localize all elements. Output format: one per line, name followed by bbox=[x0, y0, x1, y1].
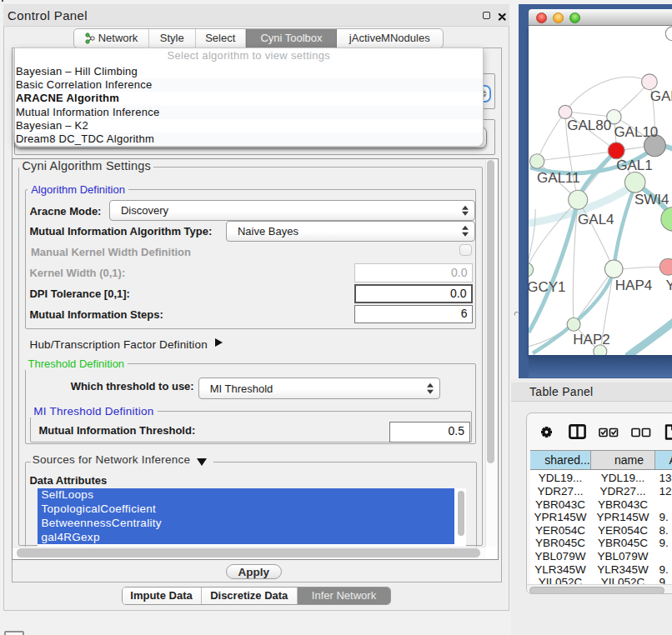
tab-discretize-data[interactable]: Discretize Data bbox=[202, 588, 298, 605]
mi-type-combo[interactable]: Naive Bayes bbox=[226, 221, 475, 242]
dropdown-item[interactable]: Basic Correlation Inference bbox=[15, 78, 483, 92]
table-cell[interactable]: YER054C bbox=[591, 524, 655, 538]
table-cell[interactable]: YBR045C bbox=[530, 537, 591, 550]
node-label: GCY1 bbox=[529, 279, 565, 295]
split-columns-icon[interactable] bbox=[569, 424, 586, 439]
table-hscrollbar-thumb[interactable] bbox=[529, 587, 664, 594]
gear-icon[interactable] bbox=[540, 426, 553, 438]
list-item[interactable]: gal4RGexp bbox=[38, 531, 454, 545]
table-row[interactable]: YPR145WYPR145W9. bbox=[530, 511, 672, 524]
table-cell[interactable]: YLR345W bbox=[591, 563, 655, 577]
kernel-width-input[interactable]: 0.0 bbox=[354, 263, 474, 282]
table-cell[interactable]: YLR345W bbox=[530, 563, 591, 577]
dropdown-item[interactable]: ARACNE Algorithm bbox=[15, 92, 483, 105]
mi-threshold-input[interactable]: 0.5 bbox=[389, 422, 470, 442]
table-cell[interactable]: 13... bbox=[655, 472, 672, 485]
tab-impute-data[interactable]: Impute Data bbox=[123, 588, 202, 605]
table-cell[interactable]: YPR145W bbox=[530, 511, 591, 524]
apply-button[interactable]: Apply bbox=[226, 564, 282, 579]
tab-style[interactable]: Style bbox=[149, 29, 196, 48]
table-cell[interactable]: YIL052C bbox=[591, 576, 655, 584]
table-row[interactable]: YDR27...YDR27...12... bbox=[530, 485, 672, 498]
mi-threshold-label: Mutual Information Threshold: bbox=[38, 424, 195, 437]
table-cell[interactable]: YBR043C bbox=[530, 498, 591, 512]
close-traffic-light[interactable] bbox=[536, 12, 547, 23]
table-cell[interactable]: 9. bbox=[655, 563, 672, 577]
table-cell[interactable]: 9. bbox=[655, 537, 672, 550]
tab-select[interactable]: Select bbox=[196, 29, 247, 48]
collapse-arrow-icon[interactable] bbox=[197, 458, 207, 466]
threshold-definition-title: Threshold Definition bbox=[24, 358, 128, 370]
table-cell[interactable]: YPR145W bbox=[591, 511, 655, 524]
table-cell[interactable]: YDR27... bbox=[530, 485, 591, 498]
table-cell[interactable]: 9. bbox=[655, 576, 672, 584]
expand-arrow-icon[interactable] bbox=[215, 338, 223, 347]
table-cell[interactable]: YER054C bbox=[530, 524, 591, 538]
table-hscrollbar[interactable] bbox=[527, 584, 672, 594]
aracne-mode-combo[interactable]: Discovery bbox=[109, 200, 475, 221]
dropdown-item[interactable]: Dream8 DC_TDC Algorithm bbox=[15, 132, 483, 146]
unchecked-columns-icon[interactable] bbox=[631, 428, 651, 438]
table-panel: Table Panel bbox=[511, 378, 672, 635]
table-row[interactable]: YBR045CYBR045C9. bbox=[530, 537, 672, 550]
table-cell[interactable] bbox=[655, 550, 672, 563]
list-scrollbar-thumb[interactable] bbox=[458, 491, 465, 536]
dropdown-item[interactable]: Bayesian – Hill Climbing bbox=[15, 65, 483, 78]
vertical-scrollbar-thumb[interactable] bbox=[487, 160, 494, 463]
float-window-icon[interactable] bbox=[483, 12, 490, 19]
dropdown-item[interactable]: Mutual Information Inference bbox=[15, 106, 483, 119]
clipped-corner-button[interactable] bbox=[4, 631, 24, 635]
tab-jactivemnodules[interactable]: jActiveMNodules bbox=[337, 29, 443, 48]
node-label: HAP2 bbox=[573, 332, 609, 348]
table-cell[interactable] bbox=[655, 498, 672, 512]
zoom-traffic-light[interactable] bbox=[569, 12, 580, 23]
dpi-tolerance-input[interactable]: 0.0 bbox=[354, 284, 474, 303]
table-cell[interactable]: 8. bbox=[655, 524, 672, 538]
table-row[interactable]: YBL079WYBL079W bbox=[530, 550, 672, 563]
table-cell[interactable]: YDL19... bbox=[530, 472, 591, 485]
horizontal-scrollbar-thumb[interactable] bbox=[17, 548, 480, 557]
minimize-traffic-light[interactable] bbox=[553, 12, 564, 23]
tab-infer-network[interactable]: Infer Network bbox=[298, 588, 390, 605]
list-item[interactable]: BetweennessCentrality bbox=[38, 517, 454, 531]
table-row[interactable]: YER054CYER054C8. bbox=[530, 524, 672, 538]
network-canvas[interactable]: GAL GAL80 GAL10 GAL1 GAL11 SWI4 GAL4 GCY… bbox=[529, 26, 672, 355]
tab-style-label: Style bbox=[160, 32, 184, 44]
table-cell[interactable]: 12... bbox=[655, 485, 672, 498]
list-item[interactable]: SelfLoops bbox=[38, 488, 454, 502]
network-window-titlebar[interactable] bbox=[529, 9, 672, 26]
checked-columns-icon[interactable] bbox=[599, 428, 619, 438]
stepper-arrows-icon bbox=[462, 205, 469, 216]
table-cell[interactable]: YBL079W bbox=[530, 550, 591, 563]
manual-kernel-checkbox[interactable] bbox=[459, 244, 472, 257]
mi-threshold-group-title: MI Threshold Definition bbox=[30, 405, 157, 418]
column-header-shared[interactable]: shared... bbox=[530, 451, 591, 469]
table-row[interactable]: YBR043CYBR043C bbox=[530, 498, 672, 512]
table-row[interactable]: YDL19...YDL19...13... bbox=[530, 472, 672, 485]
document-icon[interactable] bbox=[664, 424, 672, 440]
mi-steps-input[interactable]: 6 bbox=[354, 305, 474, 323]
table-row[interactable]: YLR345WYLR345W9. bbox=[530, 563, 672, 577]
list-scrollbar[interactable] bbox=[454, 488, 466, 547]
tab-select-label: Select bbox=[205, 32, 235, 44]
table-cell[interactable]: YDL19... bbox=[591, 472, 655, 485]
close-icon[interactable] bbox=[498, 12, 507, 22]
screenshot-stage: Control Panel Network Style Select Cyni … bbox=[0, 0, 672, 635]
control-panel-titlebar[interactable]: Control Panel bbox=[3, 4, 509, 27]
table-cell[interactable]: 9. bbox=[655, 511, 672, 524]
tab-network-label: Network bbox=[98, 32, 138, 44]
table-cell[interactable]: YBR045C bbox=[591, 537, 655, 550]
which-threshold-combo[interactable]: MI Threshold bbox=[198, 378, 440, 399]
table-cell[interactable]: YBL079W bbox=[591, 550, 655, 563]
table-cell[interactable]: YBR043C bbox=[591, 498, 655, 512]
table-cell[interactable]: YDR27... bbox=[591, 485, 655, 498]
table-row[interactable]: YIL052CYIL052C9. bbox=[530, 576, 672, 584]
list-item[interactable]: TopologicalCoefficient bbox=[38, 502, 454, 517]
column-header-name[interactable]: name bbox=[591, 451, 655, 469]
tab-network[interactable]: Network bbox=[74, 29, 149, 48]
table-panel-titlebar[interactable]: Table Panel bbox=[511, 382, 672, 402]
tab-cyni-toolbox[interactable]: Cyni Toolbox bbox=[246, 29, 337, 48]
dropdown-item[interactable]: Bayesian – K2 bbox=[15, 119, 483, 132]
table-cell[interactable]: YIL052C bbox=[530, 576, 591, 584]
column-header-3[interactable]: A bbox=[655, 451, 672, 469]
